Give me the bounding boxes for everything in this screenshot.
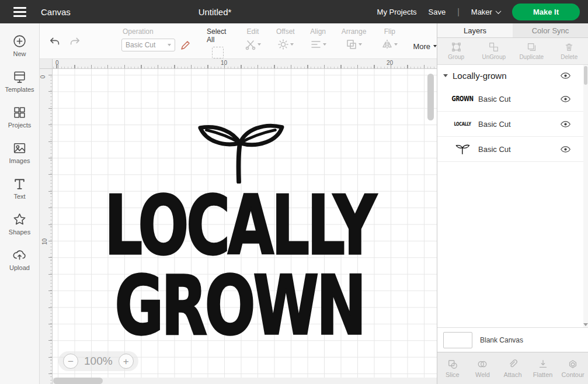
visibility-eye-icon[interactable] xyxy=(561,120,570,128)
redo-icon xyxy=(69,37,81,46)
delete-label: Delete xyxy=(561,54,577,60)
layer-row-sprout[interactable]: Basic Cut xyxy=(437,137,588,162)
arrange-group[interactable]: Arrange xyxy=(342,27,367,50)
chevron-down-icon xyxy=(290,43,294,46)
attach-button[interactable]: Attach xyxy=(497,352,528,384)
chevron-down-icon xyxy=(258,43,261,46)
sidebar-item-new[interactable]: New xyxy=(0,30,39,61)
redo-button[interactable] xyxy=(69,37,81,48)
visibility-eye-icon[interactable] xyxy=(561,95,570,103)
canvas-zone: 0 10 20 0 10 xyxy=(40,59,437,384)
layer-actions: Group UnGroup Duplicate Delete xyxy=(437,38,588,65)
save-link[interactable]: Save xyxy=(429,8,446,16)
sidebar-item-text[interactable]: Text xyxy=(0,173,39,203)
select-all-icon xyxy=(212,47,224,58)
ungroup-button[interactable]: UnGroup xyxy=(475,38,513,64)
flatten-label: Flatten xyxy=(533,371,553,378)
tab-color-sync[interactable]: Color Sync xyxy=(513,23,588,37)
ruler-number: 0 xyxy=(55,60,59,66)
ungroup-label: UnGroup xyxy=(482,54,506,60)
edit-group[interactable]: Edit xyxy=(245,27,261,50)
design-canvas[interactable]: LOCALLY GROWN − 100% + xyxy=(53,69,437,384)
select-all-label: Select All xyxy=(207,27,229,44)
more-button[interactable]: More xyxy=(413,42,437,51)
weld-button[interactable]: Weld xyxy=(468,352,498,384)
group-label: Group xyxy=(448,54,464,60)
ruler-corner xyxy=(40,59,53,69)
machine-selector[interactable]: Maker xyxy=(471,8,500,16)
slice-button[interactable]: Slice xyxy=(437,352,468,384)
horizontal-scrollbar[interactable] xyxy=(53,378,103,384)
plus-circle-icon xyxy=(12,34,27,49)
tab-layers[interactable]: Layers xyxy=(437,23,513,37)
scroll-down-arrow-icon[interactable] xyxy=(583,323,588,326)
align-icon xyxy=(310,39,322,50)
offset-group[interactable]: Offset xyxy=(276,27,295,50)
layer-row-grown[interactable]: GROWN Basic Cut xyxy=(437,87,588,112)
machine-name: Maker xyxy=(471,8,492,16)
sidebar-item-shapes[interactable]: Shapes xyxy=(0,209,39,239)
panel-scrollbar[interactable] xyxy=(584,66,587,85)
canvas-color-swatch[interactable] xyxy=(443,332,472,348)
vertical-scrollbar[interactable] xyxy=(427,74,434,120)
collapse-caret-icon[interactable] xyxy=(443,74,448,77)
chevron-down-icon xyxy=(394,43,398,46)
undo-icon xyxy=(49,37,61,46)
hamburger-menu-icon[interactable] xyxy=(0,0,40,23)
flatten-button[interactable]: Flatten xyxy=(528,352,558,384)
sprout-icon[interactable] xyxy=(190,118,288,184)
slice-icon xyxy=(447,359,458,369)
my-projects-link[interactable]: My Projects xyxy=(377,8,417,16)
sidebar-item-projects[interactable]: Projects xyxy=(0,102,39,132)
select-all-group[interactable]: Select All xyxy=(207,27,229,58)
pen-color-icon[interactable] xyxy=(180,39,192,51)
vertical-ruler: 0 10 xyxy=(40,69,53,384)
design-text-line1: LOCALLY xyxy=(90,186,389,266)
undo-button[interactable] xyxy=(49,37,61,48)
edit-label: Edit xyxy=(247,27,259,36)
layer-row-locally[interactable]: LOCALLY Basic Cut xyxy=(437,112,588,137)
zoom-in-button[interactable]: + xyxy=(119,354,134,369)
weld-label: Weld xyxy=(475,371,490,378)
topbar-divider: | xyxy=(457,7,460,16)
make-it-button[interactable]: Make It xyxy=(512,4,580,20)
left-sidebar: New Templates Projects Images Text Shape… xyxy=(0,23,40,384)
topbar-nav: My Projects Save | Maker Make It xyxy=(377,4,588,20)
ungroup-icon xyxy=(489,42,499,52)
layer-thumbnail: LOCALLY xyxy=(451,122,474,126)
layer-group-header[interactable]: Locally-grown xyxy=(437,65,588,87)
zoom-level: 100% xyxy=(84,355,113,368)
duplicate-button[interactable]: Duplicate xyxy=(513,38,551,64)
flip-group[interactable]: Flip xyxy=(381,27,398,50)
project-title[interactable]: Untitled* xyxy=(199,7,232,17)
sidebar-item-images[interactable]: Images xyxy=(0,137,39,168)
align-group[interactable]: Align xyxy=(310,27,326,50)
chevron-down-icon xyxy=(168,44,171,46)
contour-button[interactable]: Contour xyxy=(558,352,588,384)
paperclip-icon xyxy=(507,359,518,369)
zoom-out-button[interactable]: − xyxy=(63,354,78,369)
design-text-line2: GROWN xyxy=(90,266,389,346)
text-icon xyxy=(12,177,27,191)
design-text[interactable]: LOCALLY GROWN xyxy=(90,186,389,347)
flatten-icon xyxy=(538,359,548,369)
layer-operation-label: Basic Cut xyxy=(478,95,511,103)
delete-button[interactable]: Delete xyxy=(551,38,588,64)
chevron-down-icon xyxy=(495,8,501,14)
sidebar-item-label: Text xyxy=(13,193,25,200)
sidebar-item-label: Projects xyxy=(8,122,32,129)
sidebar-item-label: Upload xyxy=(9,264,30,271)
contour-label: Contour xyxy=(562,371,584,378)
visibility-eye-icon[interactable] xyxy=(561,146,570,153)
tab-label: Layers xyxy=(464,26,486,35)
sidebar-item-templates[interactable]: Templates xyxy=(0,66,39,96)
visibility-eye-icon[interactable] xyxy=(561,72,570,79)
group-button[interactable]: Group xyxy=(437,38,475,64)
group-icon xyxy=(451,42,461,52)
flip-icon xyxy=(381,39,393,50)
panel-scrollbar-track xyxy=(583,65,588,327)
operation-select[interactable]: Basic Cut xyxy=(121,39,175,51)
projects-icon xyxy=(12,105,27,120)
sidebar-item-upload[interactable]: Upload xyxy=(0,244,39,275)
sidebar-item-label: New xyxy=(13,50,26,57)
